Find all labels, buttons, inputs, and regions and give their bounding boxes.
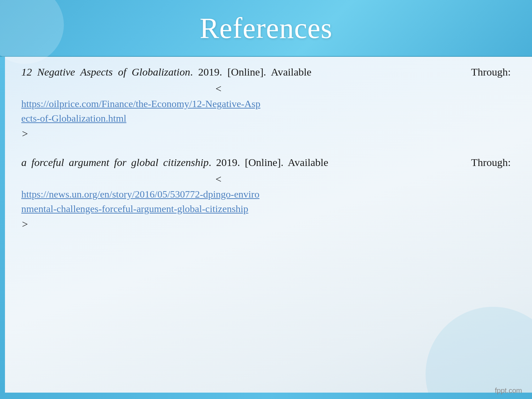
reference-block-2: a forceful argument for global citizensh…	[21, 154, 511, 232]
reference-block-1: 12 Negative Aspects of Globalization. 20…	[21, 64, 511, 142]
content-area: 12 Negative Aspects of Globalization. 20…	[21, 64, 511, 371]
ref1-italic-title: 12 Negative Aspects of Globalization	[21, 66, 190, 78]
reference-1-link[interactable]: https://oilprice.com/Finance/the-Economy…	[21, 97, 511, 126]
footer-text: fppt.com	[495, 387, 522, 394]
reference-2-link[interactable]: https://news.un.org/en/story/2016/05/530…	[21, 187, 511, 216]
slide-title-area: References	[0, 0, 532, 57]
reference-1-text: 12 Negative Aspects of Globalization. 20…	[21, 64, 511, 97]
footer: fppt.com	[495, 387, 522, 395]
reference-2-text: a forceful argument for global citizensh…	[21, 154, 511, 187]
ref1-close: >	[21, 126, 511, 142]
left-accent-bar	[0, 57, 5, 393]
spacer	[21, 148, 511, 154]
ref2-close: >	[21, 216, 511, 232]
bottom-band	[0, 393, 532, 399]
ref2-italic-title: a forceful argument for global citizensh…	[21, 156, 209, 168]
slide-title: References	[200, 12, 332, 45]
